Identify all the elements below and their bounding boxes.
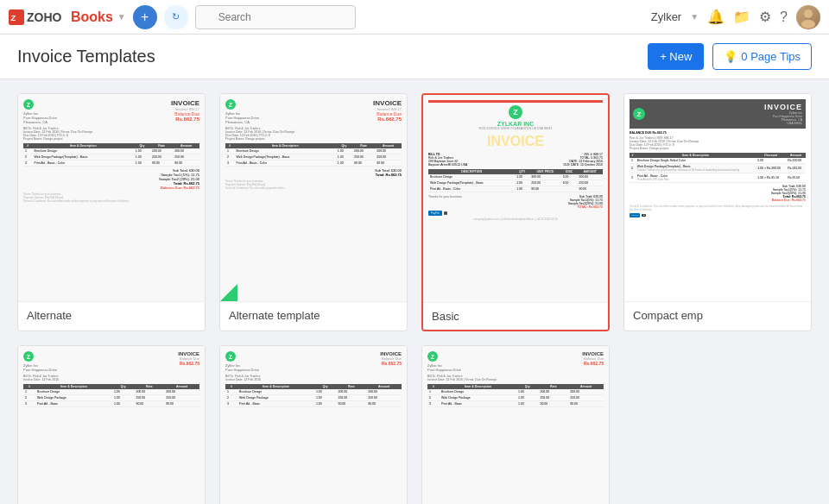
template-name-alternate: Alternate [18, 301, 205, 329]
lightbulb-icon: 💡 [724, 50, 737, 63]
template-card-alternate-template-2[interactable]: Z Zylker IncPure Happiness Drive INVOICE… [219, 345, 408, 504]
templates-grid: Z Zylker IncPure Happiness DrivePleasant… [17, 93, 812, 504]
page-header: Invoice Templates + New 💡 0 Page Tips [0, 35, 829, 79]
template-card-alternate-template[interactable]: Z Zylker IncPure Happiness DrivePleasant… [219, 93, 408, 331]
add-button[interactable]: + [133, 5, 157, 29]
template-preview-alternate: Z Zylker IncPure Happiness DrivePleasant… [18, 94, 205, 301]
template-preview-alternate-template-2: Z Zylker IncPure Happiness Drive INVOICE… [220, 346, 407, 504]
user-dropdown-icon[interactable]: ▼ [690, 12, 699, 22]
empty-slot [623, 345, 812, 504]
search-container [195, 5, 437, 29]
product-name: Books [71, 9, 113, 25]
template-name-compact-emp: Compact emp [624, 301, 811, 329]
template-card-basic-2[interactable]: Z Zylkar IncPure Happiness Drive INVOICE… [421, 345, 610, 504]
inv-logo: Z [23, 99, 34, 110]
template-preview-compact-emp: Z INVOICE Zylkar IncPure Happiness Drive… [624, 94, 811, 301]
help-icon[interactable]: ? [780, 9, 788, 25]
template-name-alternate-template: Alternate template [220, 301, 407, 329]
bell-icon[interactable]: 🔔 [707, 9, 725, 25]
page-tips-button[interactable]: 💡 0 Page Tips [712, 43, 812, 70]
template-preview-alternate-2: Z Zylker IncPure Happiness Drive INVOICE… [18, 346, 205, 504]
header-actions: + New 💡 0 Page Tips [648, 43, 812, 70]
template-preview-basic: Z ZYLKAR INC 8624 SCIENCE DRIVE PLEASANT… [423, 95, 608, 302]
template-card-basic[interactable]: Z ZYLKAR INC 8624 SCIENCE DRIVE PLEASANT… [421, 93, 610, 331]
avatar[interactable] [796, 5, 820, 29]
template-card-compact-emp[interactable]: Z INVOICE Zylkar IncPure Happiness Drive… [623, 93, 812, 331]
nav-right: Zylker ▼ 🔔 📁 ⚙ ? [651, 5, 820, 29]
template-card-alternate-2[interactable]: Z Zylker IncPure Happiness Drive INVOICE… [17, 345, 206, 504]
page-tips-label: 0 Page Tips [741, 50, 801, 63]
refresh-button[interactable]: ↻ [164, 5, 188, 29]
main-content: Z Zylker IncPure Happiness DrivePleasant… [0, 79, 829, 504]
template-preview-basic-2: Z Zylkar IncPure Happiness Drive INVOICE… [422, 346, 609, 504]
folder-icon[interactable]: 📁 [733, 9, 750, 25]
svg-point-3 [801, 20, 815, 28]
template-preview-alternate-template: Z Zylker IncPure Happiness DrivePleasant… [220, 94, 407, 301]
page-title: Invoice Templates [17, 47, 155, 66]
top-navigation: Z ZOHO Books ▼ + ↻ Zylker ▼ 🔔 📁 ⚙ ? [0, 0, 829, 35]
svg-point-2 [804, 9, 813, 18]
template-card-alternate[interactable]: Z Zylker IncPure Happiness DrivePleasant… [17, 93, 206, 331]
svg-text:Z: Z [10, 12, 16, 22]
app-logo: Z ZOHO Books ▼ [9, 9, 126, 25]
search-input[interactable] [195, 5, 356, 29]
inv-logo-2: Z [225, 99, 236, 110]
template-name-basic: Basic [423, 302, 608, 330]
app-name: ZOHO [27, 10, 61, 24]
user-name: Zylker [651, 10, 681, 23]
new-button[interactable]: + New [648, 43, 704, 70]
settings-icon[interactable]: ⚙ [759, 9, 771, 25]
